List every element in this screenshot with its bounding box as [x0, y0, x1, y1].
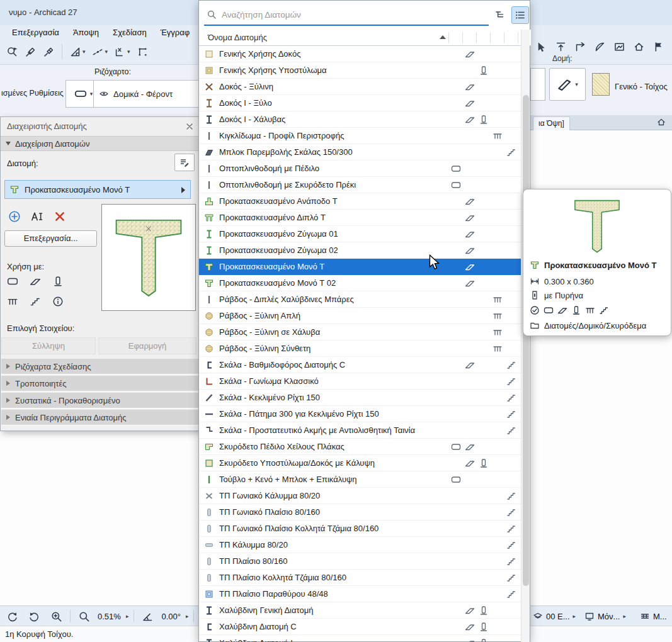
tree-view-button[interactable] — [491, 6, 509, 24]
zoom-value[interactable]: 0.51% — [98, 612, 121, 621]
tool-button-partial[interactable] — [530, 68, 545, 101]
profile-row[interactable]: Χαλύβδινη Διατομή C — [199, 619, 522, 635]
delete-profile-button[interactable] — [52, 209, 67, 224]
corner-marker-icon[interactable] — [572, 38, 589, 55]
selected-profile-combo[interactable]: Προκατασκευασμένο Μονό T — [4, 180, 191, 199]
profile-row[interactable]: Χαλύβδινη Γενική Διατομή — [199, 602, 522, 619]
pickup-parameters-icon[interactable] — [22, 43, 39, 60]
capture-button[interactable]: Σύλληψη — [1, 337, 96, 354]
cursor-arrow-icon[interactable] — [533, 38, 550, 55]
profile-row[interactable]: Γενικής Χρήσης Υποστύλωμα — [199, 62, 522, 79]
close-icon[interactable] — [185, 121, 195, 132]
coordinates-icon[interactable]: ▾ — [111, 43, 133, 60]
profile-row[interactable]: Χαλύβδινη Διατομή Ι — [199, 635, 522, 642]
scrollbar-thumb[interactable] — [523, 95, 529, 586]
next-view-icon[interactable] — [26, 608, 43, 625]
profile-row[interactable]: ΤΠ Πλαίσιο Κολλητά Τζάμια 80/160 — [199, 570, 522, 586]
profile-row[interactable]: Κιγκλίδωμα - Προφίλ Περιστροφής — [199, 128, 522, 144]
image-icon[interactable] — [611, 38, 628, 55]
profile-row[interactable]: Σκυρόδετο Πέδιλο Χείλους Πλάκας — [199, 439, 522, 455]
profile-row[interactable]: Ράβδος - Διπλές Χαλύβδινες Μπάρες — [199, 291, 522, 308]
section-outlines[interactable]: Ενιαία Περιγράμματα Διατομής — [1, 410, 200, 425]
profile-row[interactable]: Δοκός - Ξύλινη — [199, 79, 522, 95]
rotation-value[interactable]: 0.00° — [161, 612, 181, 621]
profile-row[interactable]: Ράβδος - Ξύλινη σε Χάλυβα — [199, 324, 522, 341]
tooltip-path: Διατομές/Δομικό/Σκυρόδεμα — [544, 321, 646, 330]
snap-grid-icon[interactable] — [134, 43, 151, 60]
inject-parameters-icon[interactable] — [40, 43, 57, 60]
flag-icon[interactable] — [650, 38, 667, 55]
edit-profile-button[interactable]: Επεξεργασία... — [4, 230, 97, 247]
align-top-icon[interactable] — [552, 38, 569, 55]
search-input[interactable] — [220, 9, 489, 20]
profile-row[interactable]: ΤΠ Γωνιακό Κάλυμμα 80/20 — [199, 488, 522, 504]
list-view-button[interactable] — [511, 6, 529, 24]
add-profile-button[interactable] — [7, 209, 22, 224]
wall-tool-button[interactable]: ▾ — [549, 68, 586, 101]
profile-row[interactable]: Ράβδος - Ξύλινη Σύνθετη — [199, 341, 522, 357]
profile-row[interactable]: Προκατασκευασμένο Μονό T 02 — [199, 275, 522, 291]
profile-row[interactable]: ΤΠ Πλαίσιο Παραθύρου 48/48 — [199, 586, 522, 602]
section-label: Τροποποιητές — [15, 379, 67, 388]
previous-view-icon[interactable] — [4, 608, 21, 625]
status-pen-group[interactable]: Μόν... ▸ — [584, 606, 626, 626]
composite-swatch[interactable] — [592, 73, 610, 96]
apply-button[interactable]: Εφαρμογή — [98, 337, 196, 354]
profile-row[interactable]: Προκατασκευασμένο Ανάποδο T — [199, 193, 522, 210]
arc-icon[interactable] — [591, 38, 608, 55]
profile-row[interactable]: Γενικής Χρήσης Δοκός — [199, 46, 522, 62]
profile-row[interactable]: Σκάλα - Προστατευτικό Ακμής με Αντιολισθ… — [199, 422, 522, 439]
section-components[interactable]: Συστατικά - Προκαθορισμένο — [1, 393, 200, 408]
profile-row[interactable]: ΤΠ Κάλυμμα 80/20 — [199, 537, 522, 553]
profile-row[interactable]: Προκατασκευασμένο Ζύγωμα 01 — [199, 226, 522, 242]
flag-outline-icon[interactable] — [669, 38, 672, 55]
profile-row[interactable]: Προκατασκευασμένο Ζύγωμα 02 — [199, 242, 522, 259]
profile-row[interactable]: Σκάλα - Βαθμιδοφόρος Διατομής C — [199, 357, 522, 373]
profile-row[interactable]: ΤΠ Γωνιακό Πλαίσιο Κολλητά Τζάμια 80/160 — [199, 521, 522, 537]
profile-row[interactable]: Μπλοκ Παρεμβολής Σκάλας 150/300 — [199, 144, 522, 160]
view-tab-bar: ια Όψη] — [530, 115, 672, 130]
menu-view[interactable]: Άποψη — [66, 26, 106, 38]
manage-profiles-button[interactable] — [174, 154, 195, 171]
rename-profile-button[interactable] — [30, 209, 45, 224]
profile-row[interactable]: Προκατασκευασμένο Διπλό T — [199, 210, 522, 226]
profile-row[interactable]: Δοκός Ι - Χάλυβας — [199, 111, 522, 128]
trace-reference-combo[interactable]: Δομικά - Φέροντ — [93, 80, 200, 108]
caret-right-icon[interactable]: ▸ — [126, 614, 129, 619]
profile-row[interactable]: Τούβλο + Κενό + Μπλοκ + Επικάλυψη — [199, 471, 522, 488]
profile-row[interactable]: ΤΠ Πλαίσιο 80/160 — [199, 553, 522, 570]
section-modifiers[interactable]: Τροποποιητές — [1, 376, 200, 391]
section-design-layers[interactable]: Ριζόχαρτα Σχεδίασης — [1, 359, 200, 374]
profile-row[interactable]: Οπτοπλινθοδομή με Σκυρόδετο Πρέκι — [199, 177, 522, 193]
menu-edit[interactable]: Επεξεργασία — [5, 26, 66, 38]
beam-usage-icon — [465, 638, 475, 642]
mouse-cursor — [429, 254, 440, 271]
zoom-window-icon[interactable] — [48, 608, 65, 625]
menu-design[interactable]: Σχεδίαση — [106, 26, 154, 38]
profile-management-section-header[interactable]: Διαχείριση Διατομών — [1, 136, 200, 151]
zoom-settings-icon[interactable] — [4, 43, 21, 60]
menu-document[interactable]: Έγγραφ — [154, 26, 197, 38]
beam-usage-icon — [465, 360, 475, 370]
profile-row[interactable]: Προκατασκευασμένο Μονό T — [199, 259, 522, 275]
profile-row[interactable]: Σκάλα - Πάτημα 300 για Κεκλιμένο Ρίχτι 1… — [199, 406, 522, 422]
status-display-group[interactable]: Μ... — [640, 606, 667, 626]
status-layer-group[interactable]: 00 Ε... ▸ — [533, 606, 576, 626]
profile-row[interactable]: Σκυρόδετο Υποστύλωμα/Δοκός με Κάλυψη — [199, 455, 522, 471]
profile-row[interactable]: Ράβδος - Ξύλινη Απλή — [199, 308, 522, 324]
home-icon[interactable] — [656, 117, 666, 127]
profile-row[interactable]: Δοκός Ι - Ξύλο — [199, 95, 522, 111]
profile-row[interactable]: ΤΠ Γωνιακό Πλαίσιο 80/160 — [199, 504, 522, 521]
name-column-header[interactable]: Όνομα Διατομής — [208, 33, 267, 42]
list-header[interactable]: Όνομα Διατομής — [199, 30, 531, 46]
profile-row[interactable]: Σκάλα - Γωνίωμα Κλασσικό — [199, 373, 522, 390]
setsquare-icon[interactable]: ▾ — [67, 43, 88, 60]
caret-right-icon[interactable]: ▸ — [186, 614, 189, 619]
profile-row[interactable]: Σκάλα - Κεκλιμένο Ρίχτι 150 — [199, 390, 522, 406]
rotation-icon[interactable] — [139, 608, 156, 625]
view-tab[interactable]: ια Όψη] — [533, 116, 570, 130]
fit-view-icon[interactable] — [630, 38, 647, 55]
guideline-icon[interactable]: ▾ — [89, 43, 111, 60]
profile-row[interactable]: Οπτοπλινθοδομή με Πέδιλο — [199, 160, 522, 177]
zoom-level-icon[interactable] — [76, 608, 93, 625]
